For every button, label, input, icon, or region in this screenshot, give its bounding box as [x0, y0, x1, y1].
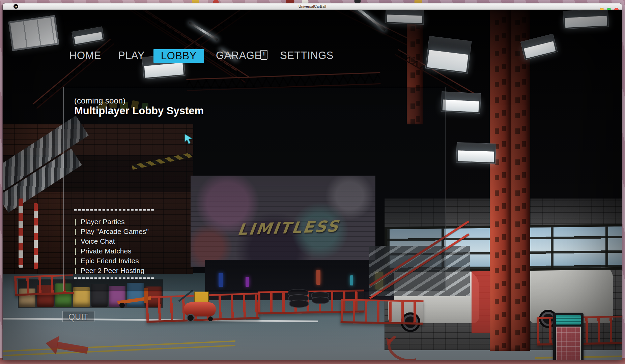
- feature-bullet: |: [75, 217, 79, 226]
- game-viewport: LIMITLESS: [3, 10, 622, 360]
- air-compressor: [184, 296, 221, 327]
- nav-settings-label: SETTINGS: [280, 50, 334, 61]
- lobby-panel: (coming soon) Multiplayer Lobby System =…: [63, 87, 446, 291]
- arrow-shaft: [56, 342, 88, 354]
- ceiling-light: [563, 10, 609, 29]
- sign-panel: [556, 327, 581, 360]
- dyno-sign-board: [553, 313, 584, 360]
- feature-bullet: |: [75, 226, 79, 236]
- red-lattice-column: [511, 10, 530, 351]
- window-title: UniversalCarBall: [3, 3, 622, 9]
- red-barrier: [340, 299, 423, 325]
- nav-play-label: PLAY: [118, 50, 145, 61]
- ceiling-ac-unit: [8, 15, 59, 51]
- nav-garage-label: GARAGE: [216, 50, 262, 61]
- compressor-wheel: [208, 316, 213, 321]
- feature-item: |Private Matches: [75, 246, 132, 256]
- feature-label: Voice Chat: [81, 237, 115, 245]
- tire-stack: [312, 297, 329, 304]
- feature-label: Player Parties: [81, 218, 125, 225]
- divider-top: ====================: [74, 207, 216, 213]
- app-icon: u: [13, 4, 18, 9]
- ceiling-light: [385, 10, 424, 25]
- ceiling-light: [441, 91, 481, 114]
- garage-notification-badge: !: [260, 50, 267, 60]
- feature-label: Play "Arcade Games": [81, 228, 149, 235]
- nav-lobby-label: LOBBY: [161, 50, 197, 62]
- jack-wheel: [119, 303, 125, 308]
- nav-lobby[interactable]: LOBBY: [153, 49, 204, 63]
- divider-bottom: ====================: [74, 275, 216, 281]
- feature-label: Private Matches: [81, 247, 132, 255]
- feature-item: |Epic Friend Invites: [75, 256, 139, 266]
- compressor-wheel: [187, 314, 195, 322]
- quit-button[interactable]: QUIT: [62, 311, 94, 322]
- app-window: UniversalCarBall u LIMITLESS: [3, 3, 622, 360]
- game-cursor-icon: [184, 133, 193, 144]
- titlebar[interactable]: UniversalCarBall u: [3, 3, 622, 10]
- feature-item: |Voice Chat: [75, 236, 115, 246]
- feature-item: |Play "Arcade Games": [75, 226, 149, 236]
- feature-bullet: |: [75, 256, 79, 266]
- panel-title: Multiplayer Lobby System: [74, 105, 204, 117]
- feature-label: Peer 2 Peer Hosting: [81, 267, 144, 274]
- compressor-motor: [194, 292, 209, 302]
- tire-stack: [289, 300, 309, 308]
- feature-bullet: |: [75, 246, 79, 256]
- feature-bullet: |: [75, 266, 79, 275]
- nav-garage[interactable]: GARAGE: [216, 49, 262, 62]
- feature-label: Epic Friend Invites: [81, 257, 139, 265]
- nav-home[interactable]: HOME: [69, 49, 101, 62]
- feature-bullet: |: [75, 236, 79, 246]
- feature-item: |Player Parties: [75, 217, 125, 226]
- red-lattice-column: [490, 10, 511, 351]
- nav-settings[interactable]: SETTINGS: [280, 49, 334, 62]
- coming-soon-label: (coming soon): [74, 96, 125, 105]
- nav-play[interactable]: PLAY: [118, 49, 145, 62]
- ceiling-light: [456, 142, 496, 164]
- sign-screen: [556, 315, 581, 325]
- ceiling-light: [425, 36, 472, 74]
- ceiling-light: [72, 26, 105, 46]
- striped-pole: [19, 199, 23, 268]
- nav-home-label: HOME: [69, 50, 101, 61]
- feature-item: |Peer 2 Peer Hosting: [75, 266, 144, 275]
- striped-pole: [34, 203, 38, 269]
- screen: UniversalCarBall u LIMITLESS: [0, 0, 625, 364]
